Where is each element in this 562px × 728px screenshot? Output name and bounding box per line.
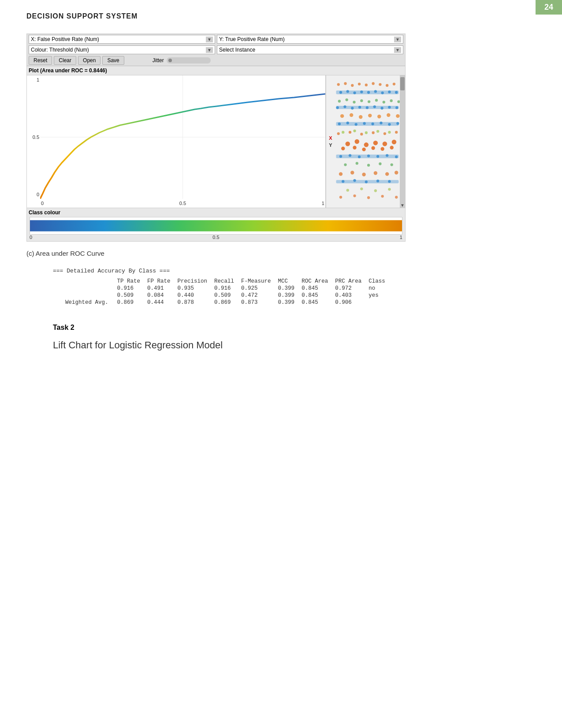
- svg-point-10: [386, 84, 388, 87]
- y-axis-arrow: ▼: [394, 37, 401, 42]
- svg-point-86: [386, 154, 388, 157]
- svg-point-27: [375, 99, 378, 101]
- svg-point-46: [387, 113, 390, 117]
- svg-point-26: [368, 100, 370, 103]
- scatter-panel: X Y: [326, 75, 405, 208]
- page-title: DECISION SUPPORT SYSTEM: [0, 0, 562, 20]
- svg-point-77: [371, 146, 375, 150]
- row-1-class: no: [365, 285, 389, 292]
- svg-point-110: [353, 194, 356, 197]
- row-3-recall: 0.869: [211, 299, 238, 306]
- svg-point-64: [360, 133, 363, 135]
- accuracy-table: TP Rate FP Rate Precision Recall F-Measu…: [62, 278, 389, 306]
- x-axis-arrow: ▼: [206, 37, 213, 42]
- col-mcc: MCC: [275, 278, 298, 285]
- svg-point-67: [395, 131, 398, 134]
- svg-point-62: [337, 132, 340, 135]
- save-button[interactable]: Save: [102, 56, 124, 65]
- scatter-svg: [333, 79, 402, 204]
- scatter-x-label: X: [329, 135, 332, 141]
- row-1-fp: 0.491: [144, 285, 174, 292]
- y-axis-labels: 1 0.5 0: [27, 75, 40, 199]
- svg-point-28: [383, 101, 385, 103]
- svg-point-60: [376, 130, 379, 133]
- x-axis-dropdown[interactable]: X: False Positive Rate (Num) ▼: [29, 35, 215, 44]
- svg-point-90: [367, 164, 370, 166]
- svg-point-47: [396, 114, 399, 118]
- jitter-slider[interactable]: [167, 57, 211, 63]
- svg-point-100: [342, 180, 344, 183]
- svg-point-96: [374, 171, 377, 175]
- y-axis-dropdown[interactable]: Y: True Positive Rate (Num) ▼: [217, 35, 403, 44]
- col-prc-area: PRC Area: [331, 278, 365, 285]
- svg-point-92: [391, 163, 393, 166]
- svg-point-4: [344, 82, 346, 85]
- svg-point-105: [346, 189, 349, 191]
- colour-bar: [30, 217, 402, 235]
- svg-point-63: [349, 131, 351, 134]
- svg-point-79: [390, 146, 394, 149]
- colour-dropdown[interactable]: Colour: Threshold (Num) ▼: [29, 45, 215, 54]
- roc-svg-area: [40, 75, 325, 199]
- svg-point-88: [344, 163, 346, 166]
- table-row: 0.509 0.084 0.440 0.509 0.472 0.399 0.84…: [62, 292, 389, 299]
- svg-point-7: [365, 84, 368, 86]
- task2-title: Task 2: [53, 324, 536, 332]
- svg-point-22: [338, 100, 341, 102]
- svg-point-65: [372, 131, 374, 134]
- x-axis-label: X: False Positive Rate (Num): [31, 36, 99, 42]
- scrollbar-arrow-down: ▼: [400, 203, 405, 208]
- caption: (c) Area under ROC Curve: [26, 250, 536, 257]
- col-fp-rate: FP Rate: [144, 278, 174, 285]
- svg-point-51: [355, 123, 357, 126]
- svg-point-85: [376, 155, 379, 158]
- x-tick-1: 1: [322, 201, 324, 206]
- svg-point-72: [383, 142, 387, 146]
- roc-curve-svg: [40, 75, 325, 199]
- svg-point-13: [339, 91, 342, 93]
- x-tick-05: 0.5: [179, 201, 186, 206]
- row-3-class: [365, 299, 389, 306]
- svg-point-108: [388, 188, 391, 190]
- svg-point-68: [346, 142, 350, 146]
- scrollbar-thumb: [400, 77, 405, 90]
- scatter-y-label: Y: [329, 142, 332, 148]
- svg-point-33: [343, 105, 346, 108]
- reset-button[interactable]: Reset: [29, 56, 52, 65]
- plot-container: X: False Positive Rate (Num) ▼ Y: True P…: [26, 34, 406, 242]
- svg-point-98: [395, 171, 398, 174]
- open-button[interactable]: Open: [78, 56, 100, 65]
- svg-point-35: [358, 106, 361, 108]
- svg-point-84: [367, 154, 370, 157]
- clear-button[interactable]: Clear: [54, 56, 76, 65]
- svg-point-76: [362, 148, 365, 151]
- svg-point-17: [367, 91, 370, 93]
- class-colour-area: Class colour: [27, 208, 405, 241]
- select-instance-dropdown[interactable]: Select Instance ▼: [217, 45, 403, 54]
- row-2-label: [62, 292, 114, 299]
- svg-point-56: [396, 122, 399, 125]
- svg-point-40: [395, 106, 398, 109]
- svg-point-73: [392, 140, 397, 145]
- svg-point-95: [362, 172, 365, 176]
- scatter-scrollbar[interactable]: ▼: [400, 75, 405, 208]
- svg-point-15: [353, 91, 356, 94]
- task2-section: Task 2 Lift Chart for Logistic Regressio…: [53, 324, 536, 351]
- col-tp-rate: TP Rate: [114, 278, 144, 285]
- svg-point-91: [379, 162, 381, 165]
- row-3-fp: 0.444: [144, 299, 174, 306]
- table-row: Weighted Avg. 0.869 0.444 0.878 0.869 0.…: [62, 299, 389, 306]
- row-2-prc: 0.403: [331, 292, 365, 299]
- y-tick-05: 0.5: [33, 134, 39, 140]
- svg-point-78: [380, 147, 384, 151]
- select-instance-label: Select Instance: [219, 47, 255, 53]
- row-1-prc: 0.972: [331, 285, 365, 292]
- row-1-label: [62, 285, 114, 292]
- svg-point-113: [395, 196, 398, 198]
- col-recall: Recall: [211, 278, 238, 285]
- svg-point-109: [339, 196, 342, 198]
- svg-point-81: [339, 155, 342, 158]
- col-class: Class: [365, 278, 389, 285]
- svg-point-75: [353, 146, 356, 149]
- row-2-fm: 0.472: [238, 292, 275, 299]
